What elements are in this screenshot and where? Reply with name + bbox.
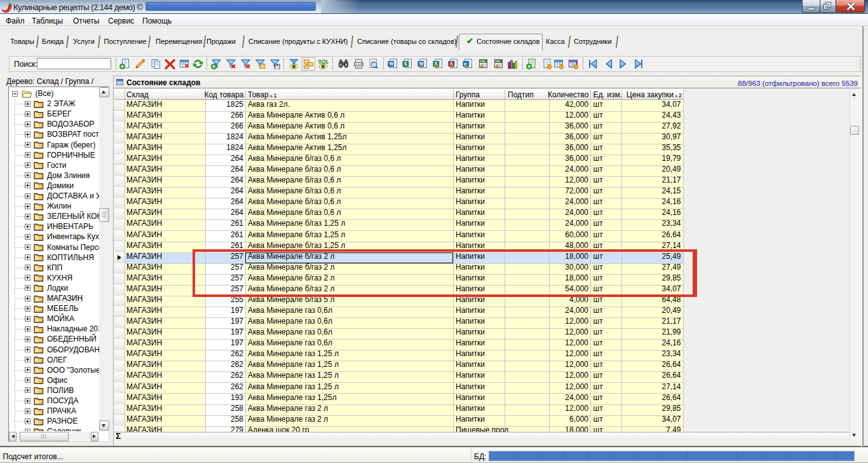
svg-text:TXT: TXT — [495, 60, 500, 63]
svg-text:CSV: CSV — [480, 60, 485, 63]
svg-text:X: X — [404, 61, 408, 67]
svg-text:W: W — [389, 61, 394, 67]
